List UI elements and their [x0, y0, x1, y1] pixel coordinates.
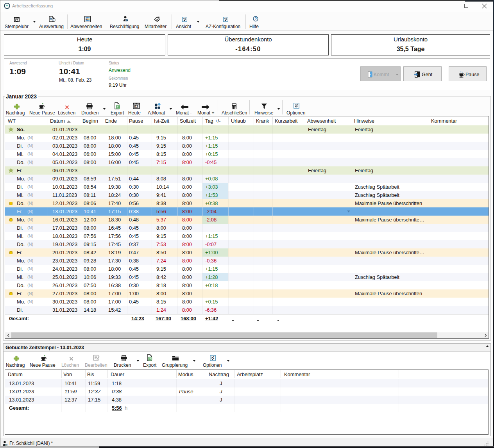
- svg-text:12: 12: [135, 105, 138, 108]
- svg-text:?: ?: [254, 17, 257, 21]
